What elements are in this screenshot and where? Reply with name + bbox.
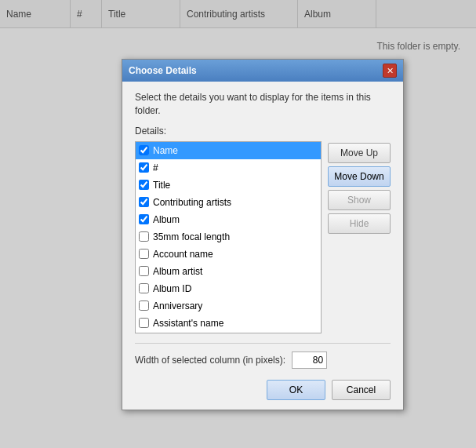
details-label: Details: (135, 126, 391, 137)
details-checkbox-list[interactable]: Name#TitleContributing artistsAlbum35mm … (135, 141, 322, 333)
list-item-label: Contributing artists (153, 197, 231, 208)
width-input[interactable] (292, 351, 327, 369)
checkbox-album_artist[interactable] (139, 266, 149, 276)
list-item[interactable]: Album (136, 211, 321, 228)
list-item[interactable]: Contributing artists (136, 194, 321, 211)
dialog-body: Select the details you want to display f… (122, 82, 403, 410)
checkbox-hash[interactable] (139, 162, 149, 173)
list-item-label: Album ID (153, 283, 191, 294)
dialog-title-bar: Choose Details ✕ (122, 60, 403, 82)
checkbox-contributing[interactable] (139, 197, 149, 207)
list-item[interactable]: Album artist (136, 263, 321, 280)
checkbox-anniversary[interactable] (139, 300, 149, 311)
list-item-label: Album (153, 214, 180, 225)
dialog-close-button[interactable]: ✕ (383, 64, 397, 78)
list-item-label: 35mm focal length (153, 231, 230, 242)
checkbox-album[interactable] (139, 214, 149, 224)
list-item[interactable]: Name (136, 142, 321, 159)
width-row: Width of selected column (in pixels): (135, 343, 391, 369)
checkbox-album_id[interactable] (139, 283, 149, 293)
dialog-title: Choose Details (129, 65, 197, 76)
list-item-label: Assistant's name (153, 318, 223, 329)
list-item-label: Title (153, 180, 170, 191)
list-item-label: Name (153, 145, 178, 156)
details-area: Name#TitleContributing artistsAlbum35mm … (135, 141, 391, 333)
cancel-button[interactable]: Cancel (332, 380, 391, 400)
checkbox-name[interactable] (139, 145, 149, 155)
checkbox-assistant_name[interactable] (139, 318, 149, 328)
list-item[interactable]: 35mm focal length (136, 228, 321, 246)
list-item[interactable]: Album ID (136, 280, 321, 297)
show-button[interactable]: Show (328, 190, 391, 210)
list-item[interactable]: Assistant's phone (136, 332, 321, 333)
move-up-button[interactable]: Move Up (328, 143, 391, 163)
checkbox-35mm[interactable] (139, 231, 149, 242)
list-item[interactable]: # (136, 159, 321, 177)
list-item[interactable]: Account name (136, 246, 321, 263)
move-down-button[interactable]: Move Down (328, 166, 391, 187)
list-item-label: Anniversary (153, 300, 202, 311)
bottom-buttons: OK Cancel (135, 380, 391, 400)
list-item[interactable]: Anniversary (136, 297, 321, 315)
hide-button[interactable]: Hide (328, 213, 391, 234)
width-label: Width of selected column (in pixels): (135, 355, 285, 366)
list-item[interactable]: Title (136, 177, 321, 194)
list-item[interactable]: Assistant's name (136, 315, 321, 332)
list-item-label: Album artist (153, 266, 202, 277)
checkbox-account_name[interactable] (139, 249, 149, 259)
side-buttons: Move Up Move Down Show Hide (328, 141, 391, 333)
list-item-label: Account name (153, 249, 213, 260)
checkbox-title[interactable] (139, 180, 149, 190)
dialog-description: Select the details you want to display f… (135, 91, 391, 118)
choose-details-dialog: Choose Details ✕ Select the details you … (122, 59, 404, 410)
ok-button[interactable]: OK (267, 380, 325, 400)
list-item-label: # (153, 162, 158, 173)
